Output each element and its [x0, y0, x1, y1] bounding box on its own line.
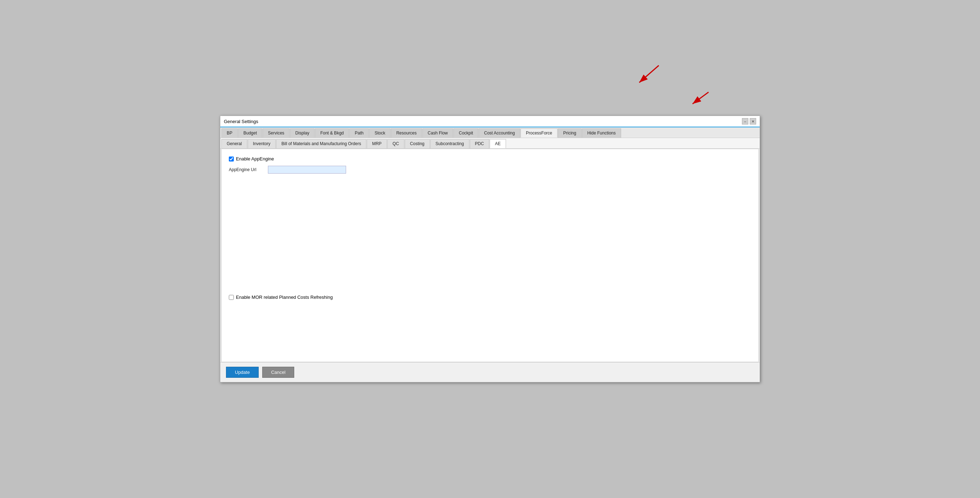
minimize-button[interactable]: –: [742, 118, 748, 124]
mor-label: Enable MOR related Planned Costs Refresh…: [236, 295, 332, 300]
tab-sub-subcontracting[interactable]: Subcontracting: [430, 139, 469, 148]
title-bar: General Settings – ✕: [220, 116, 760, 127]
close-button[interactable]: ✕: [750, 118, 756, 124]
tab-top-resources[interactable]: Resources: [391, 128, 422, 138]
svg-line-3: [692, 92, 708, 104]
window-controls: – ✕: [742, 118, 756, 124]
footer: Update Cancel: [220, 362, 760, 382]
tab-sub-mrp[interactable]: MRP: [367, 139, 387, 148]
tab-sub-qc[interactable]: QC: [387, 139, 404, 148]
tab-top-font-bkgd[interactable]: Font & Bkgd: [315, 128, 349, 138]
tab-top-path[interactable]: Path: [349, 128, 369, 138]
content-area: Enable AppEngine AppEngine Url Enable MO…: [221, 149, 759, 362]
appengine-url-input[interactable]: [268, 166, 346, 174]
tab-top-cost-accounting[interactable]: Cost Accounting: [479, 128, 520, 138]
tab-top-stock[interactable]: Stock: [369, 128, 390, 138]
appengine-url-label: AppEngine Url: [229, 167, 264, 172]
tab-top-bp[interactable]: BP: [221, 128, 238, 138]
sub-tab-bar: GeneralInventoryBill of Materials and Ma…: [220, 138, 760, 149]
tab-top-cockpit[interactable]: Cockpit: [453, 128, 478, 138]
tab-sub-costing[interactable]: Costing: [405, 139, 430, 148]
top-tab-bar: BPBudgetServicesDisplayFont & BkgdPathSt…: [220, 127, 760, 138]
tab-top-display[interactable]: Display: [290, 128, 315, 138]
cancel-button[interactable]: Cancel: [262, 367, 294, 378]
general-settings-window: General Settings – ✕ BPBudgetServicesDis…: [220, 116, 760, 382]
svg-line-2: [639, 65, 659, 83]
enable-appengine-row: Enable AppEngine: [229, 156, 751, 161]
tab-sub-inventory[interactable]: Inventory: [248, 139, 276, 148]
tab-top-services[interactable]: Services: [262, 128, 290, 138]
enable-appengine-label: Enable AppEngine: [236, 156, 274, 161]
enable-appengine-checkbox[interactable]: [229, 156, 234, 161]
appengine-url-row: AppEngine Url: [229, 166, 751, 174]
window-title: General Settings: [224, 119, 258, 124]
tab-sub-general[interactable]: General: [221, 139, 247, 148]
tab-top-processforce[interactable]: ProcessForce: [520, 128, 557, 138]
tab-top-cash-flow[interactable]: Cash Flow: [423, 128, 453, 138]
update-button[interactable]: Update: [226, 367, 259, 378]
tab-sub-ae[interactable]: AE: [490, 139, 506, 148]
tab-sub-bom[interactable]: Bill of Materials and Manufacturing Orde…: [276, 139, 366, 148]
tab-top-budget[interactable]: Budget: [238, 128, 262, 138]
mor-row: Enable MOR related Planned Costs Refresh…: [229, 295, 751, 300]
tab-top-pricing[interactable]: Pricing: [558, 128, 582, 138]
tab-top-hide-functions[interactable]: Hide Functions: [582, 128, 621, 138]
tab-sub-pdc[interactable]: PDC: [470, 139, 489, 148]
mor-checkbox[interactable]: [229, 295, 234, 300]
